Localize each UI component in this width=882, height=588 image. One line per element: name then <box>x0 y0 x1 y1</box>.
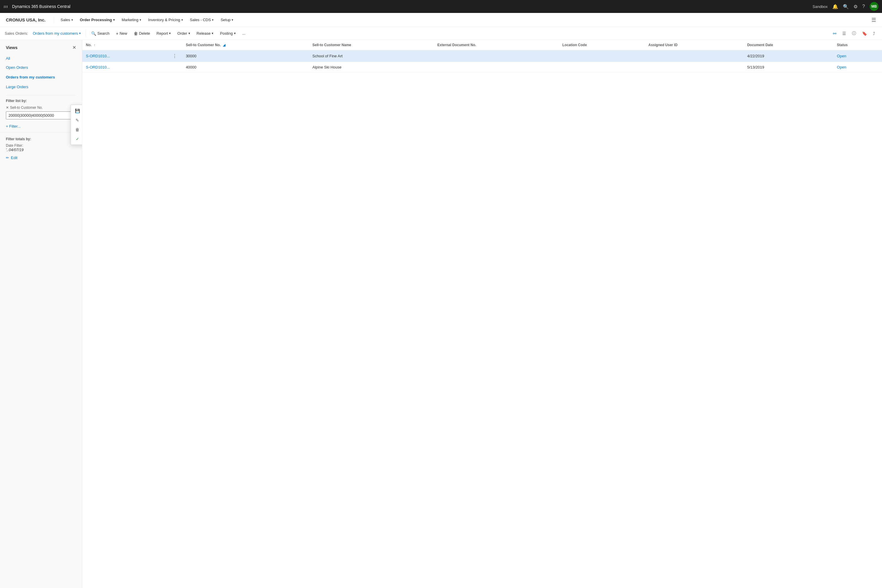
chevron-down-icon: ▾ <box>169 32 171 35</box>
filter-icon[interactable]: ⚯ <box>831 30 839 37</box>
view-item-orders-from-my-customers[interactable]: Orders from my customers ⋮ <box>0 72 82 82</box>
add-filter-label: + Filter... <box>6 124 21 129</box>
info-icon[interactable]: ⓘ <box>850 30 858 38</box>
cell-sell-to-customer-no: 40000 <box>182 62 309 73</box>
content-area: No. ↑ Sell-to Customer No. ◢ Sell-to Cus… <box>82 40 882 588</box>
context-menu-rename[interactable]: ✎ Rename... <box>71 116 82 125</box>
environment-label: Sandbox <box>813 4 828 9</box>
hamburger-icon[interactable]: ☰ <box>872 17 876 23</box>
filter-list-by-label: Filter list by: <box>6 99 76 103</box>
list-view-icon[interactable]: ☰ <box>840 30 849 37</box>
chevron-down-icon: ▾ <box>232 18 233 21</box>
avatar[interactable]: MB <box>870 2 879 11</box>
table-header-row: No. ↑ Sell-to Customer No. ◢ Sell-to Cus… <box>82 40 882 50</box>
help-icon[interactable]: ? <box>862 4 865 9</box>
order-button[interactable]: Order ▾ <box>174 30 193 37</box>
context-menu: 💾 Save as... ✎ Rename... 🗑 Remove ✓ Use … <box>70 105 82 145</box>
filter-section: Filter list by: ✕ Sell-to Customer No. ▾… <box>0 99 82 130</box>
check-icon: ✓ <box>75 137 80 141</box>
new-label: New <box>120 31 127 36</box>
search-icon: 🔍 <box>91 31 96 36</box>
nav-item-setup[interactable]: Setup ▾ <box>218 16 236 23</box>
toolbar-right: ⚯ ☰ ⓘ 🔖 ⤴ <box>831 30 877 38</box>
edit-label: Edit <box>11 156 17 160</box>
cell-external-doc-no <box>434 62 559 73</box>
chevron-down-icon: ▾ <box>234 32 236 35</box>
new-button[interactable]: + New <box>113 30 130 37</box>
cell-no: S-ORD1010... <box>82 62 167 73</box>
rename-icon: ✎ <box>75 118 80 123</box>
view-item-label: All <box>6 56 10 61</box>
col-header-actions <box>167 40 182 50</box>
top-bar: ≀≀≀ Dynamics 365 Business Central Sandbo… <box>0 0 882 13</box>
cell-sell-to-customer-name: Alpine Ski House <box>309 62 434 73</box>
nav-item-inventory-pricing[interactable]: Inventory & Pricing ▾ <box>145 16 186 23</box>
context-menu-remove[interactable]: 🗑 Remove <box>71 125 82 134</box>
chevron-down-icon: ▾ <box>212 32 213 35</box>
row-no-link[interactable]: S-ORD1010... <box>86 54 110 58</box>
cell-location-code <box>559 62 645 73</box>
current-view-button[interactable]: Orders from my customers ▾ <box>30 30 83 37</box>
expand-icon[interactable]: ⤴ <box>870 30 877 37</box>
trash-icon: 🗑 <box>75 127 80 132</box>
status-badge: Open <box>837 54 846 58</box>
col-header-document-date[interactable]: Document Date <box>744 40 833 50</box>
top-bar-right: Sandbox 🔔 🔍 ⚙ ? MB <box>813 2 879 11</box>
col-header-no[interactable]: No. ↑ <box>82 40 167 50</box>
report-button[interactable]: Report ▾ <box>153 30 174 37</box>
filter-active-icon: ◢ <box>223 43 225 47</box>
col-header-sell-to-customer-no[interactable]: Sell-to Customer No. ◢ <box>182 40 309 50</box>
row-actions-button[interactable]: ⋮ <box>171 53 179 59</box>
chevron-down-icon: ▾ <box>189 32 190 35</box>
add-filter-button[interactable]: + Filter... <box>6 123 76 130</box>
notification-icon[interactable]: 🔔 <box>832 4 838 9</box>
chevron-down-icon: ▾ <box>140 18 141 21</box>
filter-remove-icon[interactable]: ✕ <box>6 105 9 110</box>
save-icon: 💾 <box>75 108 80 113</box>
chevron-down-icon: ▾ <box>182 18 183 21</box>
release-button[interactable]: Release ▾ <box>194 30 217 37</box>
app-title: Dynamics 365 Business Central <box>12 4 813 9</box>
release-label: Release <box>196 31 211 36</box>
second-nav: CRONUS USA, Inc. Sales ▾ Order Processin… <box>0 13 882 27</box>
filter-input[interactable] <box>6 112 69 119</box>
views-close-icon[interactable]: ✕ <box>72 45 76 50</box>
search-icon[interactable]: 🔍 <box>843 4 849 9</box>
current-view-label: Orders from my customers <box>33 31 78 36</box>
view-item-all[interactable]: All <box>0 54 82 63</box>
row-no-link[interactable]: S-ORD1010... <box>86 65 110 69</box>
context-menu-use-shared-layout: ✓ Use shared layout <box>71 134 82 144</box>
nav-item-sales[interactable]: Sales ▾ <box>58 16 76 23</box>
settings-icon[interactable]: ⚙ <box>854 4 858 9</box>
view-item-open-orders[interactable]: Open Orders <box>0 63 82 72</box>
cell-external-doc-no <box>434 50 559 62</box>
nav-item-marketing[interactable]: Marketing ▾ <box>119 16 144 23</box>
col-header-assigned-user-id[interactable]: Assigned User ID <box>645 40 744 50</box>
col-header-sell-to-customer-name[interactable]: Sell-to Customer Name <box>309 40 434 50</box>
context-menu-save-as[interactable]: 💾 Save as... <box>71 106 82 116</box>
view-item-large-orders[interactable]: Large Orders <box>0 82 82 92</box>
more-label: ... <box>242 31 246 36</box>
chevron-down-icon: ▾ <box>113 18 115 21</box>
cell-no: S-ORD1010... <box>82 50 167 62</box>
views-panel: Views ✕ All Open Orders Orders from my c… <box>0 40 82 588</box>
more-button[interactable]: ... <box>239 30 248 37</box>
views-divider <box>6 95 76 95</box>
bookmark-icon[interactable]: 🔖 <box>860 30 869 37</box>
apps-icon[interactable]: ≀≀≀ <box>3 4 8 9</box>
col-header-location-code[interactable]: Location Code <box>559 40 645 50</box>
nav-item-sales-cds[interactable]: Sales - CDS ▾ <box>187 16 217 23</box>
toolbar-label: Sales Orders: <box>5 31 28 36</box>
cell-status: Open <box>834 50 882 62</box>
col-header-status[interactable]: Status <box>834 40 882 50</box>
cell-assigned-user-id <box>645 50 744 62</box>
views-header: Views ✕ <box>0 45 82 54</box>
cell-document-date: 5/13/2019 <box>744 62 833 73</box>
search-button[interactable]: 🔍 Search <box>88 30 112 37</box>
sort-asc-icon: ↑ <box>94 43 96 47</box>
delete-button[interactable]: 🗑 Delete <box>131 30 153 37</box>
nav-item-order-processing[interactable]: Order Processing ▾ <box>77 16 118 23</box>
col-header-external-doc-no[interactable]: External Document No. <box>434 40 559 50</box>
edit-button[interactable]: ✏ Edit <box>6 156 76 160</box>
posting-button[interactable]: Posting ▾ <box>217 30 238 37</box>
